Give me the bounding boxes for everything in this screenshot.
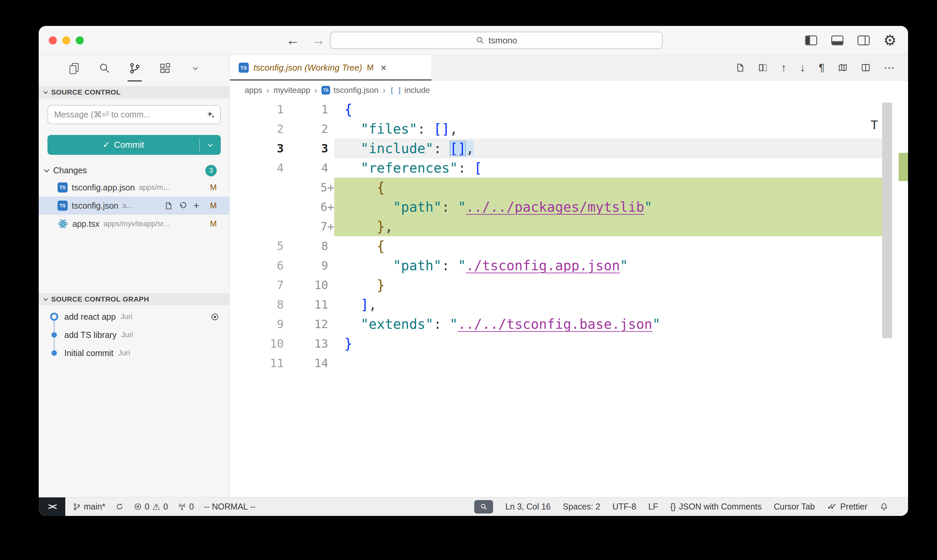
encoding-indicator[interactable]: UTF-8 — [612, 502, 636, 512]
breadcrumb-item[interactable]: TStsconfig.json — [322, 86, 378, 95]
sync-icon[interactable] — [115, 502, 124, 511]
history-nav: ← → — [286, 26, 325, 54]
code-line[interactable]: 6+ "path": "../../packages/mytslib" — [230, 197, 908, 217]
code-text[interactable]: } — [334, 334, 882, 353]
tab-tsconfig-working-tree[interactable]: TS tsconfig.json (Working Tree) M × — [230, 55, 432, 80]
checkout-target-icon[interactable] — [210, 312, 220, 322]
commit-row[interactable]: add react appJuri — [39, 308, 229, 326]
close-tab-icon[interactable]: × — [380, 62, 387, 73]
code-line[interactable]: 912 "extends": "../../tsconfig.base.json… — [230, 314, 908, 334]
explorer-icon[interactable] — [68, 55, 80, 82]
open-file-icon[interactable] — [735, 63, 745, 72]
code-line[interactable]: 58 { — [230, 236, 908, 256]
indentation-indicator[interactable]: Spaces: 2 — [563, 502, 600, 512]
next-change-icon[interactable]: ↓ — [800, 62, 805, 73]
discard-changes-icon[interactable] — [179, 202, 187, 210]
code-line[interactable]: 33 "include": [], — [230, 138, 908, 158]
file-row[interactable]: TStsconfig.jsona...+M — [39, 197, 229, 215]
zoom-status-chip[interactable] — [474, 500, 493, 514]
breadcrumb-item[interactable]: [ ]include — [390, 86, 430, 95]
sidebar: SOURCE CONTROL ✓ Commit — [39, 55, 230, 497]
more-views-chevron-icon[interactable] — [189, 55, 202, 82]
vertical-scrollbar[interactable] — [882, 103, 892, 338]
more-actions-icon[interactable]: ⋯ — [884, 62, 895, 73]
forward-icon[interactable]: → — [312, 33, 325, 48]
notifications-bell-icon[interactable] — [879, 502, 889, 511]
code-line[interactable]: 69 "path": "./tsconfig.app.json" — [230, 256, 908, 275]
code-line[interactable]: 811 ], — [230, 295, 908, 314]
toggle-secondary-sidebar-icon[interactable] — [857, 35, 870, 46]
remote-indicator[interactable]: >< — [39, 497, 65, 516]
code-text[interactable]: }, — [334, 217, 882, 236]
formatter-indicator[interactable]: ✓✓ Prettier — [827, 502, 867, 512]
commit-dropdown-button[interactable] — [200, 135, 221, 155]
compare-changes-icon[interactable] — [758, 63, 768, 72]
new-line-number: 12 — [287, 314, 334, 334]
code-text[interactable]: { — [334, 100, 882, 119]
sparkle-icon[interactable] — [206, 110, 215, 120]
file-row[interactable]: TStsconfig.app.jsonapps/m...M — [39, 178, 229, 197]
commit-message-input[interactable] — [50, 110, 206, 120]
code-line[interactable]: 44 "references": [ — [230, 158, 908, 178]
close-window-button[interactable] — [49, 36, 57, 45]
breadcrumb-item[interactable]: myviteapp — [273, 86, 310, 95]
source-control-header[interactable]: SOURCE CONTROL — [39, 86, 229, 98]
code-line[interactable]: 1013} — [230, 334, 908, 353]
source-control-graph-header[interactable]: SOURCE CONTROL GRAPH — [39, 293, 229, 305]
minimize-window-button[interactable] — [62, 36, 70, 45]
code-text[interactable]: ], — [334, 295, 882, 314]
new-line-number: 6+ — [287, 197, 334, 217]
code-text[interactable]: { — [334, 236, 882, 256]
search-view-icon[interactable] — [98, 55, 111, 82]
map-icon[interactable] — [838, 63, 848, 72]
code-text[interactable]: "references": [ — [334, 158, 882, 178]
code-line[interactable]: 710 } — [230, 275, 908, 295]
extensions-icon[interactable] — [158, 55, 171, 82]
code-text[interactable]: } — [334, 275, 882, 295]
old-line-number: 8 — [230, 295, 287, 314]
open-file-icon[interactable] — [164, 202, 173, 210]
split-editor-icon[interactable] — [861, 63, 870, 72]
code-text[interactable]: "path": "../../packages/mytslib" — [334, 197, 882, 217]
code-line[interactable]: 5+ { — [230, 178, 908, 197]
commit-button[interactable]: ✓ Commit — [48, 135, 221, 155]
file-row[interactable]: app.tsxapps/myviteapp/sr...M — [39, 215, 229, 233]
code-line[interactable]: 7+ }, — [230, 217, 908, 236]
commit-row[interactable]: add TS libraryJuri — [39, 326, 229, 344]
ports-indicator[interactable]: 0 — [178, 502, 194, 512]
zoom-window-button[interactable] — [76, 36, 84, 45]
toggle-primary-sidebar-icon[interactable] — [805, 35, 817, 46]
problems-indicator[interactable]: 0 ⚠ 0 — [134, 502, 168, 512]
language-mode[interactable]: {} JSON with Comments — [670, 502, 762, 512]
code-line[interactable]: 1114 — [230, 353, 908, 373]
vim-mode-indicator[interactable]: -- NORMAL -- — [204, 502, 255, 512]
previous-change-icon[interactable]: ↑ — [781, 62, 786, 73]
toggle-panel-icon[interactable] — [831, 35, 844, 46]
check-icon: ✓ — [103, 140, 110, 150]
code-text[interactable]: "files": [], — [334, 119, 882, 138]
cursor-tab-hint[interactable]: Cursor Tab — [774, 502, 815, 512]
breadcrumb-item[interactable]: apps — [245, 86, 262, 95]
settings-gear-icon[interactable]: ⚙ — [883, 33, 897, 48]
code-text[interactable] — [334, 353, 882, 373]
cursor-position[interactable]: Ln 3, Col 16 — [505, 502, 551, 512]
stage-changes-icon[interactable]: + — [193, 201, 199, 211]
code-editor[interactable]: 11{22 "files": [],33 "include": [],44 "r… — [230, 100, 908, 497]
branch-indicator[interactable]: main* — [73, 502, 105, 512]
eol-indicator[interactable]: LF — [648, 502, 658, 512]
back-icon[interactable]: ← — [286, 33, 300, 48]
code-text[interactable]: "path": "./tsconfig.app.json" — [334, 256, 882, 275]
source-control-icon[interactable] — [128, 55, 141, 82]
minimap-glyph: T — [871, 119, 878, 131]
pilcrow-icon[interactable]: ¶ — [819, 62, 825, 73]
code-text[interactable]: "extends": "../../tsconfig.base.json" — [334, 314, 882, 334]
breadcrumb-label: apps — [245, 86, 262, 95]
code-line[interactable]: 11{ — [230, 100, 908, 119]
window-search-input[interactable]: tsmono — [330, 32, 663, 49]
code-line[interactable]: 22 "files": [], — [230, 119, 908, 138]
formatter-label: Prettier — [840, 502, 867, 512]
code-text[interactable]: "include": [], — [334, 138, 882, 158]
commit-row[interactable]: Initial commitJuri — [39, 344, 229, 362]
code-text[interactable]: { — [334, 178, 882, 197]
changes-header[interactable]: Changes 3 — [39, 163, 229, 178]
